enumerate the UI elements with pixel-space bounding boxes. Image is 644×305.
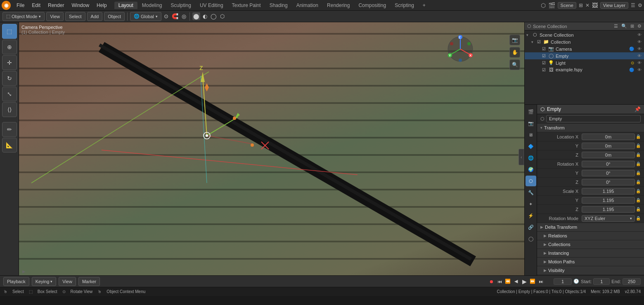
rotation-mode-dropdown[interactable]: XYZ Euler ▾ bbox=[582, 215, 635, 222]
blender-logo[interactable]: ◉ bbox=[2, 1, 11, 10]
rotation-y-lock[interactable]: 🔒 bbox=[636, 171, 641, 175]
settings-icon[interactable]: ⚙ bbox=[638, 2, 642, 8]
outliner-light[interactable]: ▶ ☑ 💡 Light ⊙ 👁 bbox=[525, 59, 644, 66]
mode-selector[interactable]: ⬚ Object Mode ▾ bbox=[2, 12, 45, 21]
current-frame-field[interactable]: 1 bbox=[554, 278, 572, 285]
tool-annotate[interactable]: ✏ bbox=[2, 122, 17, 137]
outliner-expand-btn[interactable]: ⊞ bbox=[630, 23, 634, 29]
menu-edit[interactable]: Edit bbox=[28, 2, 44, 9]
collection-visibility[interactable]: 👁 bbox=[637, 40, 642, 44]
props-tab-modifier[interactable]: 🔧 bbox=[526, 187, 536, 198]
empty-visibility[interactable]: 👁 bbox=[637, 54, 642, 58]
location-z-field[interactable]: 0m bbox=[582, 152, 635, 158]
location-z-lock[interactable]: 🔒 bbox=[636, 152, 641, 157]
camera-view-btn[interactable]: 📷 bbox=[509, 35, 520, 45]
location-x-lock[interactable]: 🔒 bbox=[636, 134, 641, 139]
end-frame-field[interactable]: 250 bbox=[623, 278, 641, 285]
viewport-shading-wireframe[interactable]: ⬡ bbox=[219, 12, 225, 20]
select-menu[interactable]: Select bbox=[65, 12, 85, 21]
tab-rendering[interactable]: Rendering bbox=[323, 2, 354, 9]
location-x-field[interactable]: 0m bbox=[582, 134, 635, 140]
scale-z-lock[interactable]: 🔒 bbox=[636, 207, 641, 211]
light-checkbox[interactable]: ☑ bbox=[542, 61, 546, 65]
menu-file[interactable]: File bbox=[13, 2, 28, 9]
props-tab-output[interactable]: 🖥 bbox=[526, 129, 536, 140]
viewport-display-section[interactable]: ▶ Viewport Display bbox=[537, 275, 644, 275]
transform-section-header[interactable]: ▾ Transform bbox=[537, 124, 644, 132]
visibility-section[interactable]: ▶ Visibility bbox=[537, 266, 644, 275]
outliner-empty[interactable]: ▶ ☑ ◯ Empty 👁 bbox=[525, 52, 644, 59]
viewport-shading-rendered[interactable]: ◯ bbox=[210, 12, 218, 20]
rotation-mode-lock[interactable]: 🔒 bbox=[636, 216, 641, 221]
empty-checkbox[interactable]: ☑ bbox=[542, 54, 546, 58]
scene-icon[interactable]: 🎬 bbox=[548, 2, 555, 9]
start-frame-field[interactable]: 1 bbox=[593, 278, 610, 285]
viewport[interactable]: Z Camera Perspective bbox=[19, 22, 524, 275]
scene-collection-visibility[interactable]: 👁 bbox=[637, 33, 642, 37]
collections-section[interactable]: ▶ Collections bbox=[537, 240, 644, 249]
tool-cursor[interactable]: ⊕ bbox=[2, 40, 17, 54]
fspy-checkbox[interactable]: ☑ bbox=[542, 68, 546, 72]
render-icon[interactable]: 🖼 bbox=[592, 2, 598, 9]
play-btn[interactable]: ▶ bbox=[521, 278, 528, 285]
outliner-collection[interactable]: ▾ ☑ 📁 Collection 👁 bbox=[525, 38, 644, 45]
resize-handle[interactable]: ▶ bbox=[19, 267, 29, 275]
rotation-x-lock[interactable]: 🔒 bbox=[636, 162, 641, 166]
props-tab-view-layer[interactable]: 🔷 bbox=[526, 141, 536, 152]
props-tab-particles[interactable]: ✦ bbox=[526, 199, 536, 209]
scene-selector[interactable]: Scene bbox=[558, 2, 576, 9]
outliner-filter[interactable]: ☰ bbox=[614, 23, 618, 29]
xyz-gizmo[interactable]: Z X Y bbox=[446, 35, 475, 63]
tab-modeling[interactable]: Modeling bbox=[138, 2, 166, 9]
expand-icon[interactable]: ⊞ bbox=[579, 2, 583, 8]
menu-window[interactable]: Window bbox=[68, 2, 92, 9]
outliner-camera[interactable]: ▶ ☑ 📷 Camera 🔵 👁 bbox=[525, 45, 644, 52]
tool-measure[interactable]: 📐 bbox=[2, 138, 17, 152]
props-tab-physics[interactable]: ⚡ bbox=[526, 210, 536, 221]
outliner-search[interactable]: 🔍 bbox=[621, 23, 627, 29]
view-menu[interactable]: View bbox=[46, 12, 64, 21]
filter-icon[interactable]: ☰ bbox=[631, 2, 635, 8]
scale-y-field[interactable]: 1.195 bbox=[582, 197, 635, 204]
tab-add-workspace[interactable]: + bbox=[419, 2, 430, 9]
tab-shading[interactable]: Shading bbox=[265, 2, 292, 9]
rotation-z-lock[interactable]: 🔒 bbox=[636, 180, 641, 184]
props-tab-world[interactable]: 🌍 bbox=[526, 164, 536, 175]
tool-move[interactable]: ✛ bbox=[2, 55, 17, 70]
tool-select[interactable]: ⬚ bbox=[2, 24, 17, 39]
menu-help[interactable]: Help bbox=[93, 2, 110, 9]
scale-y-lock[interactable]: 🔒 bbox=[636, 198, 641, 202]
zoom-btn[interactable]: 🔍 bbox=[509, 59, 520, 70]
tab-uv-editing[interactable]: UV Editing bbox=[196, 2, 227, 9]
transform-selector[interactable]: 🌐 Global ▾ bbox=[130, 12, 161, 21]
playback-menu[interactable]: Playback bbox=[3, 277, 29, 286]
keying-menu[interactable]: Keying ▾ bbox=[32, 277, 57, 286]
rotation-x-field[interactable]: 0° bbox=[582, 161, 635, 167]
step-back-btn[interactable]: ⏪ bbox=[504, 278, 511, 285]
play-back-btn[interactable]: ◀ bbox=[512, 278, 520, 285]
scale-x-lock[interactable]: 🔒 bbox=[636, 189, 641, 193]
snap-icon-btn[interactable]: 🧲 bbox=[171, 12, 179, 20]
jump-start-btn[interactable]: ⏮ bbox=[496, 278, 503, 285]
object-name-field[interactable]: Empty bbox=[546, 115, 641, 122]
rotation-y-field[interactable]: 0° bbox=[582, 170, 635, 176]
props-tab-render[interactable]: 📷 bbox=[526, 118, 536, 129]
props-tab-object[interactable]: ⬡ bbox=[526, 176, 536, 186]
outliner-scene-collection[interactable]: ▾ ⬡ Scene Collection 👁 bbox=[525, 31, 644, 38]
tab-texture-paint[interactable]: Texture Paint bbox=[228, 2, 265, 9]
viewport-icon[interactable]: ⬡ bbox=[541, 2, 546, 9]
motion-paths-section[interactable]: ▶ Motion Paths bbox=[537, 258, 644, 266]
viewport-shading-solid[interactable]: ⬤ bbox=[192, 12, 200, 20]
camera-checkbox[interactable]: ☑ bbox=[542, 47, 546, 51]
close-icon[interactable]: ✕ bbox=[585, 2, 590, 8]
light-visibility[interactable]: 👁 bbox=[637, 61, 642, 65]
record-btn[interactable]: ⏺ bbox=[488, 278, 495, 285]
scale-z-field[interactable]: 1.195 bbox=[582, 206, 635, 213]
object-menu[interactable]: Object bbox=[104, 12, 125, 21]
instancing-section[interactable]: ▶ Instancing bbox=[537, 249, 644, 258]
collection-checkbox[interactable]: ☑ bbox=[537, 40, 541, 44]
camera-visibility[interactable]: 👁 bbox=[637, 47, 642, 51]
tab-sculpting[interactable]: Sculpting bbox=[167, 2, 195, 9]
props-tab-data[interactable]: ◯ bbox=[526, 233, 536, 244]
menu-render[interactable]: Render bbox=[45, 2, 67, 9]
